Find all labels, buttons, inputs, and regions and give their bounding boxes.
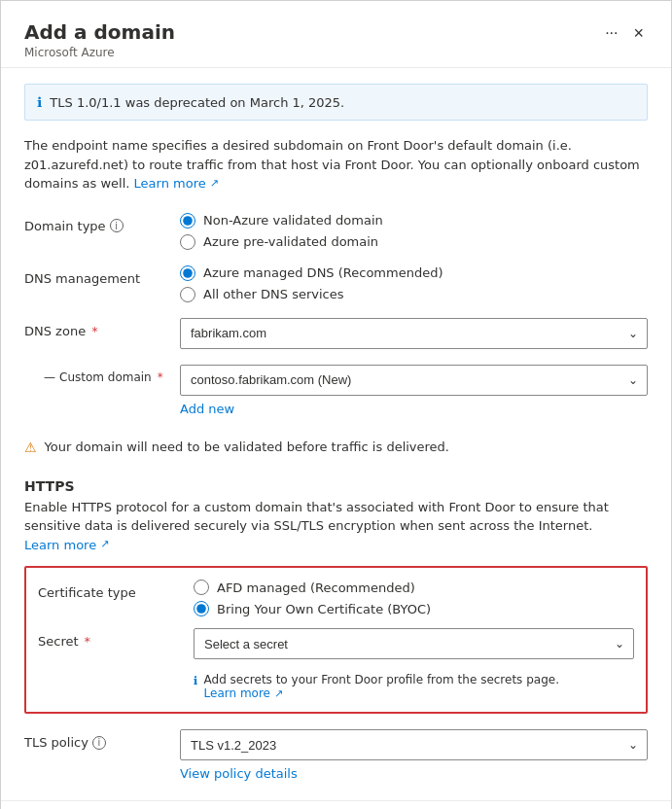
domain-type-option-1[interactable]: Non-Azure validated domain xyxy=(180,213,648,229)
dns-management-option-1[interactable]: Azure managed DNS (Recommended) xyxy=(180,265,648,281)
close-button[interactable]: × xyxy=(629,20,648,46)
dialog-header: Add a domain Microsoft Azure ··· × xyxy=(1,1,671,68)
external-link-icon: ↗ xyxy=(210,176,219,193)
domain-type-label: Domain type i xyxy=(24,213,180,233)
description-text: The endpoint name specifies a desired su… xyxy=(24,136,648,193)
custom-domain-select[interactable]: contoso.fabrikam.com (New) xyxy=(180,365,648,396)
add-domain-dialog: Add a domain Microsoft Azure ··· × ℹ TLS… xyxy=(0,0,672,809)
header-actions: ··· × xyxy=(601,20,648,46)
dns-management-radio-1[interactable] xyxy=(180,265,195,281)
tls-policy-controls: TLS v1.2_2023 ⌄ View policy details xyxy=(180,729,648,781)
domain-type-info-icon[interactable]: i xyxy=(110,219,124,232)
secret-label: Secret * xyxy=(38,628,194,649)
ellipsis-button[interactable]: ··· xyxy=(601,20,621,46)
domain-type-radio-2[interactable] xyxy=(180,234,195,250)
dialog-subtitle: Microsoft Azure xyxy=(24,46,175,59)
dialog-body: ℹ TLS 1.0/1.1 was deprecated on March 1,… xyxy=(1,68,671,800)
https-section-desc: Enable HTTPS protocol for a custom domai… xyxy=(24,498,648,555)
domain-type-radio-1[interactable] xyxy=(180,213,195,229)
dns-management-row: DNS management Azure managed DNS (Recomm… xyxy=(24,265,648,302)
secret-info-text: ℹ Add secrets to your Front Door profile… xyxy=(194,673,634,700)
custom-domain-required: * xyxy=(158,370,163,384)
info-icon: ℹ xyxy=(37,94,42,110)
dns-zone-required: * xyxy=(91,324,98,338)
dns-zone-label: DNS zone * xyxy=(24,318,180,338)
secret-info-icon: ℹ xyxy=(194,674,198,687)
dns-management-radio-2[interactable] xyxy=(180,287,195,302)
dialog-title: Add a domain xyxy=(24,20,175,44)
dns-zone-select[interactable]: fabrikam.com xyxy=(180,318,648,349)
custom-domain-select-wrapper: contoso.fabrikam.com (New) ⌄ xyxy=(180,365,648,396)
add-new-link[interactable]: Add new xyxy=(180,402,648,416)
domain-type-row: Domain type i Non-Azure validated domain… xyxy=(24,213,648,250)
validation-warning: ⚠ Your domain will need to be validated … xyxy=(24,432,648,463)
domain-type-option-2[interactable]: Azure pre-validated domain xyxy=(180,234,648,250)
https-section-title: HTTPS xyxy=(24,478,648,494)
secret-required: * xyxy=(85,634,91,649)
dialog-footer: Add Cancel 👤 Give feedback xyxy=(1,800,671,809)
custom-domain-row: — Custom domain * contoso.fabrikam.com (… xyxy=(24,365,648,416)
custom-domain-label: — Custom domain * xyxy=(24,365,180,384)
cert-type-radio-1[interactable] xyxy=(194,580,209,595)
dns-management-option-2[interactable]: All other DNS services xyxy=(180,287,648,302)
tls-info-banner: ℹ TLS 1.0/1.1 was deprecated on March 1,… xyxy=(24,84,648,121)
cert-type-option-2[interactable]: Bring Your Own Certificate (BYOC) xyxy=(194,601,634,616)
warning-icon: ⚠ xyxy=(24,440,37,455)
tls-banner-text: TLS 1.0/1.1 was deprecated on March 1, 2… xyxy=(50,95,344,110)
tls-policy-select[interactable]: TLS v1.2_2023 xyxy=(180,729,648,760)
secret-learn-more-link[interactable]: Learn more ↗ xyxy=(204,686,284,700)
secret-row: Secret * Select a secret ⌄ ℹ Add secrets… xyxy=(38,628,634,700)
https-red-box: Certificate type AFD managed (Recommende… xyxy=(24,566,648,714)
dns-management-label: DNS management xyxy=(24,265,180,286)
dns-zone-select-wrapper: fabrikam.com ⌄ xyxy=(180,318,648,349)
cert-type-option-1[interactable]: AFD managed (Recommended) xyxy=(194,580,634,595)
dns-management-controls: Azure managed DNS (Recommended) All othe… xyxy=(180,265,648,302)
secret-controls: Select a secret ⌄ ℹ Add secrets to your … xyxy=(194,628,634,700)
view-policy-link[interactable]: View policy details xyxy=(180,766,648,781)
dns-zone-controls: fabrikam.com ⌄ xyxy=(180,318,648,349)
https-learn-more-link[interactable]: Learn more ↗ xyxy=(24,536,109,555)
secret-select-wrapper: Select a secret ⌄ xyxy=(194,628,634,659)
tls-policy-label: TLS policy i xyxy=(24,729,180,750)
tls-policy-info-icon[interactable]: i xyxy=(92,736,106,750)
header-title-group: Add a domain Microsoft Azure xyxy=(24,20,175,59)
secret-external-icon: ↗ xyxy=(274,687,283,700)
description-learn-more-link[interactable]: Learn more ↗ xyxy=(134,174,219,193)
https-external-icon: ↗ xyxy=(100,537,109,553)
certificate-type-controls: AFD managed (Recommended) Bring Your Own… xyxy=(194,580,634,616)
tls-policy-select-wrapper: TLS v1.2_2023 ⌄ xyxy=(180,729,648,760)
custom-domain-controls: contoso.fabrikam.com (New) ⌄ Add new xyxy=(180,365,648,416)
tls-policy-row: TLS policy i TLS v1.2_2023 ⌄ View policy… xyxy=(24,729,648,781)
cert-type-radio-2[interactable] xyxy=(194,601,209,616)
certificate-type-label: Certificate type xyxy=(38,580,194,600)
certificate-type-row: Certificate type AFD managed (Recommende… xyxy=(38,580,634,616)
domain-type-controls: Non-Azure validated domain Azure pre-val… xyxy=(180,213,648,250)
secret-select[interactable]: Select a secret xyxy=(194,628,634,659)
dns-zone-row: DNS zone * fabrikam.com ⌄ xyxy=(24,318,648,349)
